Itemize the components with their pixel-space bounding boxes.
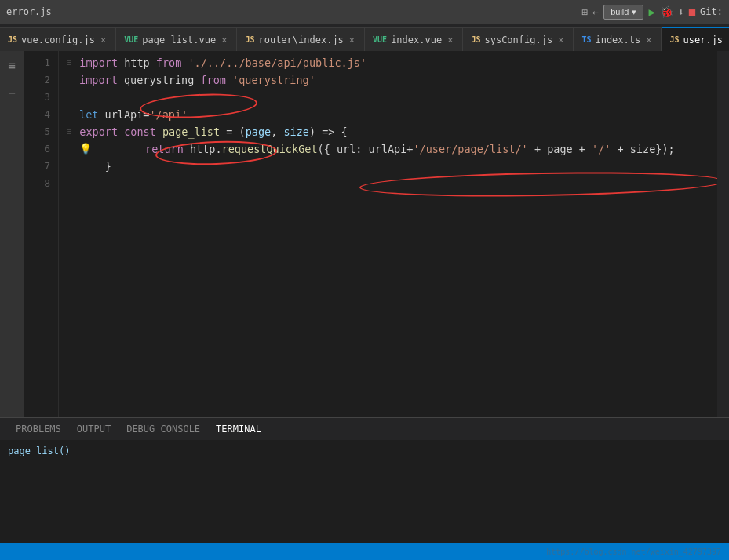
token-str: '/user/page/list/' xyxy=(413,140,527,158)
tab-label-router-index: router\index.js xyxy=(258,35,343,45)
token-param: size xyxy=(283,123,309,140)
back-icon: ← xyxy=(592,6,599,18)
minimap xyxy=(717,51,729,417)
hamburger-icon[interactable]: ≡ xyxy=(5,55,19,76)
code-line-4: let urlApi='/api' xyxy=(67,106,717,123)
token-kw: import xyxy=(79,71,118,89)
token-plain: + page + xyxy=(528,140,592,158)
code-area[interactable]: ⊟ import http from './../../base/api/pub… xyxy=(59,51,717,417)
token-kw: from xyxy=(200,71,226,89)
activity-bar: ≡ − xyxy=(0,51,24,417)
token-kw: from xyxy=(156,54,182,71)
tab-index-vue[interactable]: VUEindex.vue× xyxy=(365,27,463,51)
debug-icon[interactable]: 🐞 xyxy=(660,5,673,18)
tab-label-sysConfig: sysConfig.js xyxy=(484,35,552,45)
token-method: requestQuickGet xyxy=(222,140,318,158)
bottom-panel-tabs: PROBLEMSOUTPUTDEBUG CONSOLETERMINAL xyxy=(0,418,729,440)
token-plain: = ( xyxy=(220,123,246,140)
code-line-5: ⊟ export const page_list = (page, size) … xyxy=(67,123,717,140)
bottom-tab-problems[interactable]: PROBLEMS xyxy=(8,420,69,438)
token-fn: page_list xyxy=(162,123,220,140)
bottom-tab-terminal[interactable]: TERMINAL xyxy=(208,420,269,438)
code-line-7: } xyxy=(67,158,717,175)
code-line-8 xyxy=(67,175,717,192)
title-bar: error.js ⊞ ← build ▾ ▶ 🐞 ⬇ ■ Git: xyxy=(0,0,729,24)
tab-label-page-list-vue: page_list.vue xyxy=(142,35,216,45)
tab-icon-user-js: JS xyxy=(669,35,679,44)
git-label: Git: xyxy=(700,6,723,17)
token-plain: = xyxy=(143,106,149,123)
code-line-3 xyxy=(67,89,717,106)
tab-index-ts[interactable]: TSindex.ts× xyxy=(574,27,662,51)
title-filename: error.js xyxy=(6,6,52,17)
token-plain xyxy=(181,54,188,71)
fold-indicator-5: ⊟ xyxy=(67,123,77,140)
tab-icon-index-ts: TS xyxy=(581,35,591,44)
line-num-8: 8 xyxy=(24,175,50,192)
token-str: './../../base/api/public.js' xyxy=(188,54,366,71)
tab-close-index-ts[interactable]: × xyxy=(644,33,653,47)
code-line-1: ⊟ import http from './../../base/api/pub… xyxy=(67,54,717,71)
token-plain xyxy=(118,123,124,140)
bottom-tab-output[interactable]: OUTPUT xyxy=(69,420,118,438)
tab-close-sysConfig[interactable]: × xyxy=(556,33,565,47)
bottom-content: page_list() xyxy=(0,440,729,543)
title-bar-left: error.js xyxy=(6,6,52,17)
tab-icon-index-vue: VUE xyxy=(373,35,387,44)
tab-bar: JSvue.config.js×VUEpage_list.vue×JSroute… xyxy=(0,24,729,51)
tab-icon-router-index: JS xyxy=(245,35,254,44)
fold-indicator-7 xyxy=(67,158,77,175)
tab-label-vue-config: vue.config.js xyxy=(21,35,95,45)
line-num-4: 4 xyxy=(24,106,50,123)
minus-icon[interactable]: − xyxy=(5,82,19,104)
fold-indicator-1: ⊟ xyxy=(67,54,77,71)
token-str: '/' xyxy=(592,140,611,158)
token-plain xyxy=(94,140,145,158)
title-bar-right: ⊞ ← build ▾ ▶ 🐞 ⬇ ■ Git: xyxy=(581,5,723,20)
line-numbers: 12345678 xyxy=(24,51,59,417)
token-plain: querystring xyxy=(118,71,201,89)
token-kw2: let xyxy=(79,106,98,123)
stop-icon[interactable]: ■ xyxy=(689,5,695,18)
build-button[interactable]: build ▾ xyxy=(603,5,643,20)
token-plain xyxy=(156,123,162,140)
tab-close-router-index[interactable]: × xyxy=(348,33,356,47)
line-num-2: 2 xyxy=(24,71,50,89)
tab-vue-config[interactable]: JSvue.config.js× xyxy=(0,27,116,51)
build-label: build xyxy=(611,7,629,16)
bottom-tab-debug-console[interactable]: DEBUG CONSOLE xyxy=(118,420,208,438)
tab-label-user-js: user.js xyxy=(683,35,724,45)
bottom-item: page_list() xyxy=(8,444,721,458)
line-num-7: 7 xyxy=(24,158,50,175)
tab-page-list-vue[interactable]: VUEpage_list.vue× xyxy=(116,27,237,51)
token-plain: , xyxy=(271,123,283,140)
token-plain: } xyxy=(79,158,111,175)
tab-close-page-list-vue[interactable]: × xyxy=(220,33,228,47)
tab-sysConfig[interactable]: JSsysConfig.js× xyxy=(463,27,574,51)
token-plain: + size}); xyxy=(611,140,674,158)
line-num-1: 1 xyxy=(24,54,50,71)
lightbulb-icon[interactable]: 💡 xyxy=(79,140,92,158)
tab-close-vue-config[interactable]: × xyxy=(99,33,108,47)
token-plain: http xyxy=(118,54,156,71)
code-line-6: 💡 return http.requestQuickGet({ url: url… xyxy=(67,140,717,158)
token-plain xyxy=(98,106,104,123)
download-icon[interactable]: ⬇ xyxy=(678,6,684,18)
tab-icon-page-list-vue: VUE xyxy=(124,35,138,44)
tab-close-index-vue[interactable]: × xyxy=(446,33,454,47)
token-str: '/api' xyxy=(149,106,188,123)
line-num-5: 5 xyxy=(24,123,50,140)
tab-user-js[interactable]: JSuser.js× xyxy=(662,27,729,51)
token-kw: return xyxy=(145,140,184,158)
play-icon[interactable]: ▶ xyxy=(648,5,654,18)
line-num-3: 3 xyxy=(24,89,50,106)
watermark: https://blog.csdn.net/weixin_42797397 xyxy=(546,547,721,556)
tab-router-index[interactable]: JSrouter\index.js× xyxy=(237,27,365,51)
tab-label-index-ts: index.ts xyxy=(595,35,640,45)
token-plain: http. xyxy=(184,140,222,158)
chevron-down-icon: ▾ xyxy=(632,7,636,17)
bottom-panel: PROBLEMSOUTPUTDEBUG CONSOLETERMINAL page… xyxy=(0,417,729,543)
token-param: page xyxy=(246,123,272,140)
token-plain xyxy=(226,71,232,89)
editor-area: ≡ − 12345678 ⊟ import http from './../..… xyxy=(0,51,729,417)
